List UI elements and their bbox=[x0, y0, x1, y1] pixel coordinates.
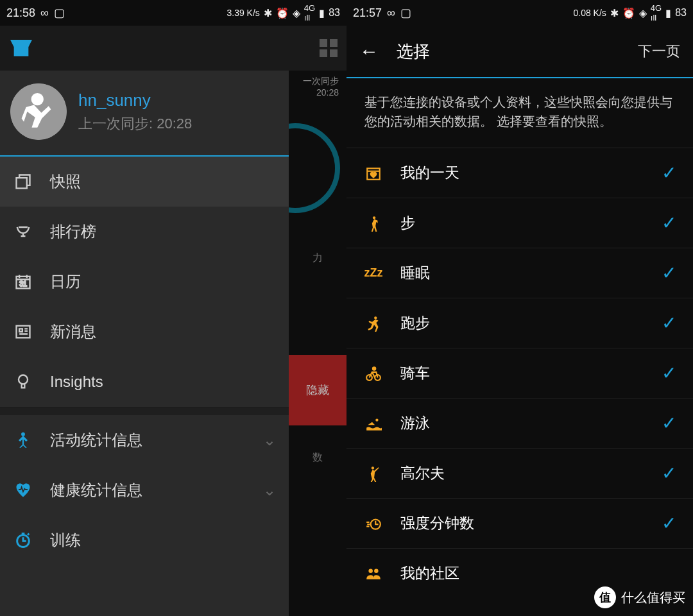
check-icon: ✓ bbox=[662, 513, 676, 534]
svg-point-6 bbox=[19, 375, 28, 384]
header: ← 选择 下一页 bbox=[346, 26, 693, 77]
status-bar: 21:58 ∞ ▢ 3.39 K/s ✱ ⏰ ◈ 4Gıll ▮ 83 bbox=[0, 0, 346, 26]
svg-point-14 bbox=[373, 367, 375, 370]
svg-point-15 bbox=[375, 418, 378, 421]
menu-snapshot[interactable]: 快照 bbox=[0, 157, 289, 207]
item-label: 我的社区 bbox=[400, 563, 459, 583]
status-bar: 21:57 ∞ ▢ 0.08 K/s ✱ ⏰ ◈ 4Gıll ▮ 83 bbox=[346, 0, 693, 26]
select-swim[interactable]: 游泳 ✓ bbox=[346, 398, 693, 448]
select-my-day[interactable]: 我的一天 ✓ bbox=[346, 148, 693, 198]
menu-training[interactable]: 训练 bbox=[0, 515, 289, 565]
calendar-icon: 31 bbox=[13, 271, 33, 292]
item-label: 步 bbox=[400, 213, 415, 233]
select-steps[interactable]: 步 ✓ bbox=[346, 198, 693, 248]
menu-label: Insights bbox=[50, 373, 103, 391]
description: 基于您连接的设备或个人资料，这些快照会向您提供与您的活动相关的数据。 选择要查看… bbox=[346, 78, 693, 148]
svg-text:31: 31 bbox=[19, 280, 27, 287]
inbox-icon[interactable] bbox=[10, 40, 32, 56]
check-icon: ✓ bbox=[662, 212, 676, 234]
navigation-drawer: hn_sunny 上一次同步: 20:28 快照 排行榜 31 日历 新消息 I… bbox=[0, 26, 289, 616]
infinity-icon: ∞ bbox=[387, 6, 395, 20]
news-icon bbox=[13, 321, 33, 342]
grid-icon[interactable] bbox=[320, 39, 338, 57]
svg-point-16 bbox=[372, 466, 374, 469]
menu-activity-stats[interactable]: 活动统计信息 ⌄ bbox=[0, 415, 289, 465]
menu-insights[interactable]: Insights bbox=[0, 357, 289, 407]
menu-calendar[interactable]: 31 日历 bbox=[0, 257, 289, 307]
watermark-logo: 值 bbox=[594, 586, 616, 608]
menu-news[interactable]: 新消息 bbox=[0, 307, 289, 357]
check-icon: ✓ bbox=[662, 262, 676, 284]
snapshot-icon bbox=[13, 171, 33, 192]
activity-icon bbox=[13, 430, 33, 450]
back-button[interactable]: ← bbox=[359, 40, 379, 62]
profile-section[interactable]: hn_sunny 上一次同步: 20:28 bbox=[0, 71, 289, 155]
run-icon bbox=[363, 315, 384, 332]
check-icon: ✓ bbox=[662, 413, 676, 434]
menu-health-stats[interactable]: 健康统计信息 ⌄ bbox=[0, 465, 289, 515]
select-intensity[interactable]: 强度分钟数 ✓ bbox=[346, 498, 693, 548]
item-label: 骑车 bbox=[400, 363, 430, 383]
swim-icon bbox=[363, 415, 384, 432]
signal-icon: 4Gıll bbox=[304, 3, 315, 22]
svg-rect-2 bbox=[17, 178, 27, 188]
status-time: 21:57 bbox=[353, 6, 382, 20]
watermark: 值 什么值得买 bbox=[594, 586, 685, 608]
status-speed: 0.08 K/s bbox=[573, 8, 606, 18]
item-label: 跑步 bbox=[400, 313, 430, 333]
select-sleep[interactable]: zZz 睡眠 ✓ bbox=[346, 248, 693, 298]
alarm-icon: ⏰ bbox=[622, 7, 635, 19]
svg-point-18 bbox=[368, 569, 373, 573]
check-icon: ✓ bbox=[662, 162, 676, 184]
watermark-text: 什么值得买 bbox=[621, 589, 685, 606]
menu-label: 日历 bbox=[50, 271, 81, 292]
calendar-heart-icon bbox=[363, 165, 384, 182]
avatar bbox=[10, 83, 67, 140]
bluetooth-icon: ✱ bbox=[264, 7, 272, 19]
next-button[interactable]: 下一页 bbox=[638, 42, 680, 61]
community-icon bbox=[363, 565, 384, 582]
svg-point-11 bbox=[374, 316, 377, 319]
item-label: 强度分钟数 bbox=[400, 513, 474, 533]
chevron-down-icon: ⌄ bbox=[263, 481, 276, 499]
item-label: 高尔夫 bbox=[400, 463, 445, 483]
signal-icon: 4Gıll bbox=[651, 3, 662, 22]
training-icon bbox=[13, 530, 33, 551]
select-list: 我的一天 ✓ 步 ✓ zZz 睡眠 ✓ 跑步 ✓ 骑车 ✓ 游泳 ✓ bbox=[346, 148, 693, 598]
hide-button[interactable]: 隐藏 bbox=[289, 355, 346, 425]
intensity-icon bbox=[363, 515, 384, 532]
menu-label: 快照 bbox=[50, 171, 81, 192]
check-icon: ✓ bbox=[662, 363, 676, 384]
bike-icon bbox=[363, 365, 384, 382]
menu-label: 活动统计信息 bbox=[50, 430, 142, 450]
status-time: 21:58 bbox=[6, 6, 35, 20]
background-content: 一次同步 20:28 力 隐藏 数 bbox=[289, 26, 346, 616]
status-speed: 3.39 K/s bbox=[227, 8, 259, 18]
header-title: 选择 bbox=[397, 40, 430, 63]
leaderboard-icon bbox=[13, 221, 33, 242]
golf-icon bbox=[363, 465, 384, 482]
wifi-icon: ◈ bbox=[639, 7, 647, 19]
insights-icon bbox=[13, 372, 33, 392]
picture-icon: ▢ bbox=[54, 6, 65, 20]
menu-leaderboard[interactable]: 排行榜 bbox=[0, 207, 289, 257]
wifi-icon: ◈ bbox=[293, 7, 300, 19]
last-sync: 上一次同步: 20:28 bbox=[78, 114, 192, 133]
picture-icon: ▢ bbox=[400, 6, 411, 20]
select-golf[interactable]: 高尔夫 ✓ bbox=[346, 448, 693, 498]
battery-icon: ▮ bbox=[319, 7, 325, 19]
battery-level: 83 bbox=[329, 7, 340, 19]
menu-label: 新消息 bbox=[50, 321, 96, 342]
select-run[interactable]: 跑步 ✓ bbox=[346, 298, 693, 348]
battery-icon: ▮ bbox=[665, 7, 671, 19]
item-label: 我的一天 bbox=[400, 163, 459, 183]
username: hn_sunny bbox=[78, 90, 192, 110]
menu-label: 健康统计信息 bbox=[50, 480, 142, 501]
bluetooth-icon: ✱ bbox=[610, 7, 619, 19]
chevron-down-icon: ⌄ bbox=[263, 431, 276, 449]
walk-icon bbox=[363, 215, 384, 232]
left-screen: 21:58 ∞ ▢ 3.39 K/s ✱ ⏰ ◈ 4Gıll ▮ 83 一次同步… bbox=[0, 0, 346, 616]
select-bike[interactable]: 骑车 ✓ bbox=[346, 348, 693, 398]
svg-point-10 bbox=[373, 216, 375, 219]
item-label: 睡眠 bbox=[400, 263, 430, 283]
